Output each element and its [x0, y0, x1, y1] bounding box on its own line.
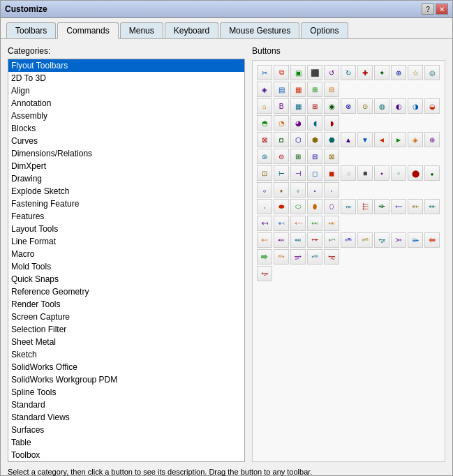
tab-commands[interactable]: Commands: [57, 22, 118, 39]
toolbar-icon[interactable]: ⬳: [391, 199, 406, 214]
toolbar-icon[interactable]: ⬹: [307, 216, 322, 231]
toolbar-icon[interactable]: ⊟: [324, 82, 339, 97]
toolbar-icon[interactable]: B: [274, 98, 289, 114]
toolbar-icon[interactable]: ⬿: [324, 232, 339, 248]
toolbar-icon[interactable]: ✦: [374, 65, 389, 80]
category-item[interactable]: Align: [8, 84, 244, 97]
toolbar-icon[interactable]: ⬶: [257, 216, 272, 231]
toolbar-icon[interactable]: ⭋: [257, 266, 272, 281]
category-item[interactable]: Drawing: [8, 172, 244, 185]
toolbar-icon[interactable]: ◔: [274, 115, 289, 131]
toolbar-icon[interactable]: ⬺: [324, 216, 339, 231]
toolbar-icon[interactable]: ▼: [357, 132, 373, 147]
toolbar-icon[interactable]: ◗: [324, 115, 339, 131]
toolbar-icon[interactable]: ✚: [357, 65, 373, 80]
toolbar-icon[interactable]: ⬡: [290, 132, 306, 147]
toolbar-icon[interactable]: ⊛: [424, 132, 440, 147]
toolbar-icon[interactable]: ⭁: [357, 232, 373, 248]
toolbar-icon[interactable]: ⬢: [307, 132, 322, 147]
category-item[interactable]: Table: [8, 436, 244, 449]
category-item[interactable]: Standard Views: [8, 411, 244, 424]
toolbar-icon[interactable]: ◈: [408, 132, 423, 147]
toolbar-icon[interactable]: ⊣: [290, 165, 306, 181]
toolbar-icon[interactable]: ▫: [391, 165, 406, 181]
toolbar-icon[interactable]: ⬱: [357, 199, 373, 214]
toolbar-icon[interactable]: ⭆: [257, 249, 272, 265]
toolbar-icon[interactable]: ⬪: [324, 182, 339, 198]
toolbar-icon[interactable]: ⊙: [357, 98, 373, 114]
toolbar-icon[interactable]: ⭂: [374, 232, 389, 248]
toolbar-icon[interactable]: ◕: [290, 115, 306, 131]
toolbar-icon[interactable]: ⊞: [307, 98, 322, 114]
toolbar-icon[interactable]: ⬲: [374, 199, 389, 214]
toolbar-icon[interactable]: ◐: [391, 98, 406, 114]
toolbar-icon[interactable]: ⬷: [274, 216, 289, 231]
category-item[interactable]: Annotation: [8, 97, 244, 110]
close-button[interactable]: ✕: [436, 3, 448, 15]
toolbar-icon[interactable]: ◑: [408, 98, 423, 114]
toolbar-icon[interactable]: ⭄: [408, 232, 423, 248]
toolbar-icon[interactable]: ⬦: [257, 182, 272, 198]
tab-menus[interactable]: Menus: [120, 22, 163, 38]
toolbar-icon[interactable]: ⭀: [341, 232, 356, 248]
toolbar-icon[interactable]: ⊞: [290, 149, 306, 164]
tab-toolbars[interactable]: Toolbars: [6, 22, 56, 38]
toolbar-icon[interactable]: ⊜: [257, 149, 272, 164]
toolbar-icon[interactable]: ⬯: [324, 199, 339, 214]
category-item[interactable]: Surfaces: [8, 424, 244, 436]
toolbar-icon[interactable]: ⬼: [274, 232, 289, 248]
toolbar-icon[interactable]: ▣: [290, 65, 306, 80]
toolbar-icon[interactable]: ◓: [257, 115, 272, 131]
toolbar-icon[interactable]: ⬩: [307, 182, 322, 198]
toolbar-icon[interactable]: ◼: [324, 165, 339, 181]
category-item[interactable]: Assembly: [8, 110, 244, 122]
toolbar-icon[interactable]: ◘: [274, 132, 289, 147]
category-item[interactable]: Curves: [8, 135, 244, 147]
category-item[interactable]: Flyout Toolbars: [8, 59, 244, 72]
category-item[interactable]: Line Format: [8, 235, 244, 248]
toolbar-icon[interactable]: ▤: [274, 82, 289, 97]
toolbar-icon[interactable]: ▲: [341, 132, 356, 147]
category-item[interactable]: SolidWorks Workgroup PDM: [8, 373, 244, 386]
toolbar-icon[interactable]: ⊠: [324, 149, 339, 164]
category-item[interactable]: Screen Capture: [8, 311, 244, 323]
category-item[interactable]: Mold Tools: [8, 260, 244, 273]
toolbar-icon[interactable]: ⬭: [290, 199, 306, 214]
tab-mouse-gestures[interactable]: Mouse Gestures: [220, 22, 299, 38]
category-item[interactable]: Dimensions/Relations: [8, 147, 244, 160]
category-item[interactable]: Layout Tools: [8, 223, 244, 235]
toolbar-icon[interactable]: ⬾: [307, 232, 322, 248]
toolbar-icon[interactable]: ⬻: [257, 232, 272, 248]
tab-keyboard[interactable]: Keyboard: [165, 22, 218, 38]
category-item[interactable]: SolidWorks Office: [8, 361, 244, 373]
toolbar-icon[interactable]: ◽: [341, 165, 356, 181]
category-item[interactable]: Fastening Feature: [8, 198, 244, 210]
toolbar-icon[interactable]: ⬽: [290, 232, 306, 248]
toolbar-icon[interactable]: ✂: [257, 65, 272, 80]
toolbar-icon[interactable]: ⭊: [324, 249, 339, 265]
tab-options[interactable]: Options: [301, 22, 348, 38]
toolbar-icon[interactable]: ⬫: [257, 199, 272, 214]
toolbar-icon[interactable]: ↻: [341, 65, 356, 80]
toolbar-icon[interactable]: ⬬: [274, 199, 289, 214]
toolbar-icon[interactable]: ⬨: [290, 182, 306, 198]
toolbar-icon[interactable]: ►: [391, 132, 406, 147]
toolbar-icon[interactable]: ◒: [424, 98, 440, 114]
category-item[interactable]: 2D To 3D: [8, 72, 244, 84]
toolbar-icon[interactable]: ⊠: [257, 132, 272, 147]
toolbar-icon[interactable]: ⭇: [274, 249, 289, 265]
toolbar-icon[interactable]: ⧉: [274, 65, 289, 80]
toolbar-icon[interactable]: ⭉: [307, 249, 322, 265]
toolbar-icon[interactable]: ⭅: [424, 232, 440, 248]
help-button[interactable]: ?: [422, 3, 434, 15]
toolbar-icon[interactable]: ◍: [374, 98, 389, 114]
toolbar-icon[interactable]: ⬸: [290, 216, 306, 231]
toolbar-icon[interactable]: ◾: [357, 165, 373, 181]
category-item[interactable]: Sketch: [8, 348, 244, 361]
toolbar-icon[interactable]: ⊟: [307, 149, 322, 164]
category-item[interactable]: Macro: [8, 248, 244, 260]
category-item[interactable]: Reference Geometry: [8, 285, 244, 298]
toolbar-icon[interactable]: ☆: [408, 65, 423, 80]
toolbar-icon[interactable]: ⊗: [341, 98, 356, 114]
toolbar-icon[interactable]: ⬰: [341, 199, 356, 214]
